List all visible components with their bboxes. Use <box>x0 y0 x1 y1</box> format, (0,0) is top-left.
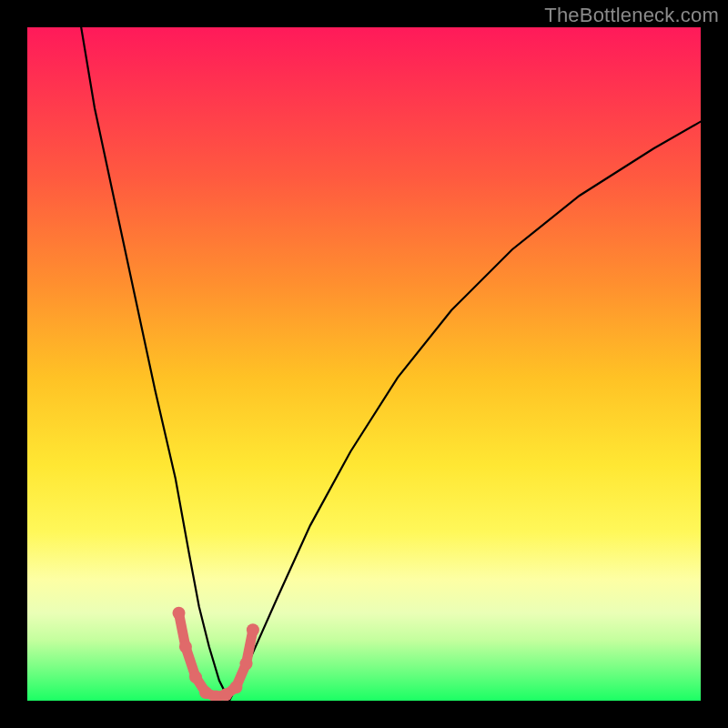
frame-left <box>0 0 27 728</box>
optimal-dot <box>189 671 202 683</box>
frame-right <box>701 0 728 728</box>
chart-svg <box>27 27 701 701</box>
optimal-dot <box>229 681 242 693</box>
optimal-dot <box>173 607 186 620</box>
watermark-text: TheBottleneck.com <box>544 4 719 27</box>
optimal-range-marker <box>179 613 253 697</box>
bottleneck-curve <box>81 27 701 701</box>
chart-plot-area <box>27 27 701 701</box>
optimal-dot <box>247 623 259 636</box>
frame-bottom <box>0 701 728 728</box>
optimal-dot <box>240 657 253 670</box>
optimal-dot <box>179 641 192 653</box>
